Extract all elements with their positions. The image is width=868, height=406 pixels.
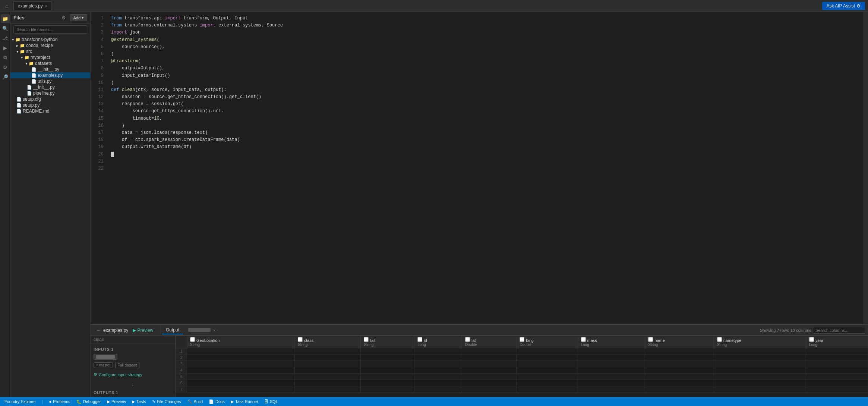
tree-item-pipeline-py[interactable]: 📄 pipeline.py (10, 90, 90, 96)
branch-icon: ⑂ (96, 363, 98, 367)
col-header-class[interactable]: classString (295, 336, 361, 348)
problems-icon: ● (49, 399, 52, 404)
status-problems[interactable]: ● Problems (49, 399, 70, 404)
back-icon[interactable]: ← (97, 328, 101, 333)
home-icon[interactable]: ⌂ (3, 2, 10, 10)
preview-button[interactable]: ▶ Preview (130, 327, 155, 334)
status-tests[interactable]: ▶ Tests (132, 399, 146, 404)
branch-label: master (99, 363, 111, 367)
editor-tab[interactable]: examples.py × (13, 1, 51, 10)
tree-item-myproject[interactable]: ▾ 📁 myproject (10, 54, 90, 60)
input-item (94, 354, 172, 360)
col-header-lat[interactable]: latDouble (462, 336, 517, 348)
sidebar-icon-files[interactable]: 📁 (1, 14, 10, 23)
tree-item-init-py2[interactable]: 📄 __init__.py (10, 84, 90, 90)
tab2-close[interactable]: × (213, 328, 215, 333)
tree-item-datasets[interactable]: ▾ 📁 datasets (10, 60, 90, 66)
bottom-content: clean INPUTS 1 ⑂ master (91, 336, 868, 397)
status-task-runner[interactable]: ▶ Task Runner (231, 399, 258, 404)
configure-input-link[interactable]: ⚙ Configure input strategy (94, 372, 172, 377)
tree-item-init-py[interactable]: 📄 __init__.py (10, 66, 90, 72)
col-header-GeoLocation[interactable]: GeoLocationString (187, 336, 295, 348)
col-check-mass[interactable] (581, 337, 586, 342)
tab2[interactable]: × (184, 327, 219, 334)
col-check-long[interactable] (520, 337, 524, 342)
status-sql[interactable]: 🗄 SQL (264, 399, 278, 404)
col-header-nametype[interactable]: nametypeString (714, 336, 806, 348)
tree-item-conda-recipe[interactable]: ▸ 📁 conda_recipe (10, 43, 90, 48)
branch-badge[interactable]: ⑂ master (94, 362, 113, 368)
code-editor[interactable]: 12345 678910 1112131415 1617181920 2122 … (91, 12, 868, 324)
col-check-name[interactable] (648, 337, 653, 342)
branch-row: ⑂ master Full dataset (94, 361, 172, 369)
scrollbar[interactable] (864, 12, 868, 324)
add-button[interactable]: Add ▾ (70, 14, 87, 21)
col-header-long[interactable]: longDouble (517, 336, 578, 348)
bottom-left-toggle[interactable]: ← examples.py ▶ Preview (94, 325, 161, 335)
search-box (10, 24, 90, 35)
col-check-year[interactable] (809, 337, 814, 342)
col-check-geolocation[interactable] (190, 337, 195, 342)
sidebar-icon-source[interactable]: ⎇ (1, 34, 10, 43)
task-runner-icon: ▶ (231, 399, 234, 404)
col-header-fall[interactable]: fallString (361, 336, 414, 348)
tree-item-utils-py[interactable]: 📄 utils.py (10, 78, 90, 84)
tree-item-readme[interactable]: 📄 README.md (10, 108, 90, 114)
status-debugger[interactable]: 🐛 Debugger (76, 399, 101, 404)
column-search-input[interactable] (813, 327, 865, 334)
col-header-year[interactable]: yearLong (806, 336, 868, 348)
col-check-lat[interactable] (465, 337, 470, 342)
tree-item-transforms-python[interactable]: ▾ 📁 transforms-python (10, 37, 90, 43)
sidebar-icon-run[interactable]: ▶ (1, 43, 10, 52)
preview-label: Preview (111, 399, 126, 404)
col-header-id[interactable]: idLong (414, 336, 462, 348)
sidebar-icon-search2[interactable]: 🔎 (1, 72, 10, 81)
col-header-name[interactable]: nameString (645, 336, 714, 348)
settings-icon-button[interactable]: ⚙ (60, 14, 67, 21)
tree-item-examples-py[interactable]: 📄 examples.py ··· (10, 72, 90, 78)
status-bar: Foundry Explorer | ● Problems 🐛 Debugger… (0, 397, 868, 406)
function-label: clean (91, 336, 175, 344)
top-bar: ⌂ examples.py × Ask AIP Assist ⚙ (0, 0, 868, 12)
config-gear-icon: ⚙ (94, 372, 97, 377)
sql-icon: 🗄 (264, 399, 268, 404)
tree-item-setup-cfg[interactable]: 📄 setup.cfg (10, 96, 90, 102)
full-dataset-button[interactable]: Full dataset (115, 362, 140, 368)
search-input[interactable] (13, 25, 87, 34)
status-foundry-explorer[interactable]: Foundry Explorer (4, 399, 36, 404)
table-row: 4 (176, 367, 868, 374)
arrow-down-icon: ↓ (91, 380, 175, 387)
preview-play-icon: ▶ (107, 399, 110, 404)
col-header-mass[interactable]: massLong (578, 336, 645, 348)
sidebar-icon-settings[interactable]: ⚙ (1, 63, 10, 72)
col-check-nametype[interactable] (717, 337, 722, 342)
problems-label: Problems (53, 399, 70, 404)
panel-file-label: examples.py (103, 328, 128, 333)
task-runner-label: Task Runner (235, 399, 258, 404)
bottom-panel-tabs: ← examples.py ▶ Preview Output × Showing… (91, 325, 868, 336)
output-tab[interactable]: Output (162, 326, 183, 334)
tree-item-src[interactable]: ▾ 📁 src (10, 48, 90, 54)
status-build[interactable]: 🔨 Build (187, 399, 203, 404)
data-table: GeoLocationString classString fallString… (176, 336, 868, 393)
debugger-label: Debugger (83, 399, 101, 404)
input-chip[interactable] (94, 354, 117, 360)
sidebar-icon-search[interactable]: 🔍 (1, 24, 10, 33)
col-check-class[interactable] (298, 337, 303, 342)
col-check-fall[interactable] (364, 337, 369, 342)
status-file-changes[interactable]: ✎ File Changes (152, 399, 181, 404)
file-panel: Files ⚙ Add ▾ ▾ 📁 transforms-python ▸ 📁 … (10, 12, 91, 397)
data-table-wrap[interactable]: GeoLocationString classString fallString… (176, 336, 868, 397)
sidebar-icon-extensions[interactable]: ⧉ (1, 53, 10, 62)
main-layout: 📁 🔍 ⎇ ▶ ⧉ ⚙ 🔎 Files ⚙ Add ▾ ▾ 📁 transfor… (0, 12, 868, 397)
col-check-id[interactable] (417, 337, 422, 342)
tree-item-setup-py[interactable]: 📄 setup.py (10, 102, 90, 108)
status-preview[interactable]: ▶ Preview (107, 399, 126, 404)
tests-play-icon: ▶ (132, 399, 135, 404)
status-docs[interactable]: 📄 Docs (209, 399, 225, 404)
file-changes-icon: ✎ (152, 399, 155, 404)
tab-close-icon[interactable]: × (45, 4, 47, 8)
ask-ai-button[interactable]: Ask AIP Assist ⚙ (822, 2, 865, 10)
sql-label: SQL (270, 399, 278, 404)
table-row: 1 (176, 348, 868, 355)
